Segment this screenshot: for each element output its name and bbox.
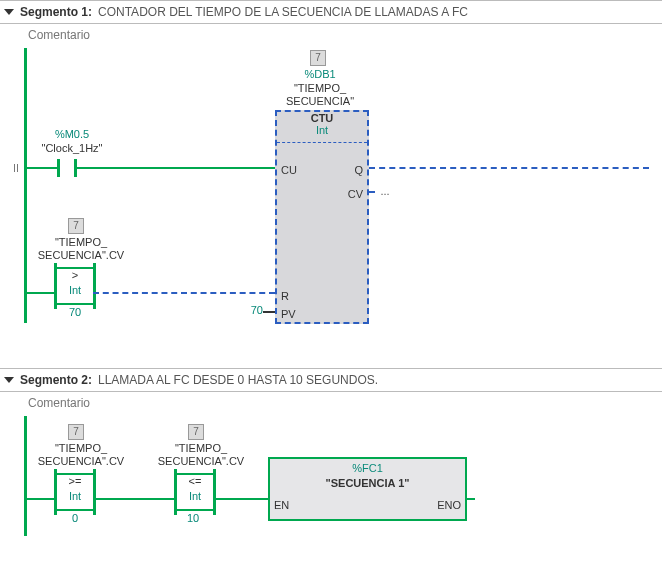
cmpB-var-line1: "TIEMPO_: [156, 442, 246, 454]
wire: [27, 498, 57, 500]
fc-block[interactable]: %FC1 "SECUENCIA 1" EN ENO: [268, 457, 467, 521]
fc-address: %FC1: [270, 462, 465, 474]
db-name-line1: "TIEMPO_: [280, 82, 360, 94]
db-name-line2: SECUENCIA": [280, 95, 360, 107]
segment1-title: Segmento 1:: [20, 5, 92, 19]
no-contact[interactable]: [57, 159, 77, 177]
cmpA-op: >=: [57, 475, 93, 487]
cmpB-var-line2: SECUENCIA".CV: [146, 455, 256, 467]
wire: [27, 167, 57, 169]
ctu-header: CTU Int: [277, 112, 367, 143]
cv-value: ...: [375, 185, 395, 197]
tag7-cmpB: 7: [188, 424, 204, 440]
cmp-type: Int: [57, 284, 93, 296]
db-address: %DB1: [290, 68, 350, 80]
segment1-desc: CONTADOR DEL TIEMPO DE LA SECUENCIA DE L…: [98, 5, 468, 19]
ctu-type: CTU: [277, 112, 367, 124]
rail-stub: [14, 164, 25, 172]
pin-cv: CV: [348, 188, 363, 200]
tag7-db: 7: [310, 50, 326, 66]
segment2-title: Segmento 2:: [20, 373, 92, 387]
wire-r: [93, 292, 275, 294]
pin-q: Q: [354, 164, 363, 176]
segment1-comment[interactable]: Comentario: [0, 24, 662, 48]
wire: [93, 498, 177, 500]
cmp-var-line2: SECUENCIA".CV: [26, 249, 136, 261]
pin-pv: PV: [281, 308, 296, 320]
cmpB-op: <=: [177, 475, 213, 487]
cmpB-val: 10: [178, 512, 208, 524]
network1: 7 %DB1 "TIEMPO_ SECUENCIA" CTU Int CU Q …: [0, 48, 660, 368]
power-rail: [24, 48, 27, 323]
cmp-op: >: [57, 269, 93, 281]
compare-ge[interactable]: >= Int: [57, 473, 93, 511]
cmp-val: 70: [60, 306, 90, 318]
cmpA-var-line1: "TIEMPO_: [36, 442, 126, 454]
contact-address: %M0.5: [42, 128, 102, 140]
collapse-icon[interactable]: [4, 377, 14, 383]
cmpA-val: 0: [60, 512, 90, 524]
network2: 7 "TIEMPO_ SECUENCIA".CV 7 "TIEMPO_ SECU…: [0, 416, 660, 566]
wire-eno: [465, 498, 475, 500]
wire-cv: [369, 191, 375, 193]
cmpA-type: Int: [57, 490, 93, 502]
segment2-desc: LLAMADA AL FC DESDE 0 HASTA 10 SEGUNDOS.: [98, 373, 378, 387]
compare-gt[interactable]: > Int: [57, 267, 93, 305]
fc-name: "SECUENCIA 1": [270, 477, 465, 489]
pv-value: 70: [243, 304, 263, 316]
pin-en: EN: [274, 499, 289, 511]
contact-name: "Clock_1Hz": [32, 142, 112, 154]
segment1-header[interactable]: Segmento 1: CONTADOR DEL TIEMPO DE LA SE…: [0, 0, 662, 24]
tag7-cmpA: 7: [68, 424, 84, 440]
wire-q: [369, 167, 649, 169]
wire: [27, 292, 57, 294]
segment2-header[interactable]: Segmento 2: LLAMADA AL FC DESDE 0 HASTA …: [0, 368, 662, 392]
wire-pv: [263, 311, 275, 313]
pin-cu: CU: [281, 164, 297, 176]
compare-le[interactable]: <= Int: [177, 473, 213, 511]
ctu-block[interactable]: CTU Int CU Q CV R PV: [275, 110, 369, 324]
wire: [213, 498, 268, 500]
power-rail: [24, 416, 27, 536]
cmp-var-line1: "TIEMPO_: [36, 236, 126, 248]
ctu-datatype: Int: [277, 124, 367, 136]
pin-r: R: [281, 290, 289, 302]
cmpA-var-line2: SECUENCIA".CV: [26, 455, 136, 467]
collapse-icon[interactable]: [4, 9, 14, 15]
pin-eno: ENO: [437, 499, 461, 511]
cmpB-type: Int: [177, 490, 213, 502]
tag7-cmp: 7: [68, 218, 84, 234]
segment2-comment[interactable]: Comentario: [0, 392, 662, 416]
wire: [77, 167, 275, 169]
